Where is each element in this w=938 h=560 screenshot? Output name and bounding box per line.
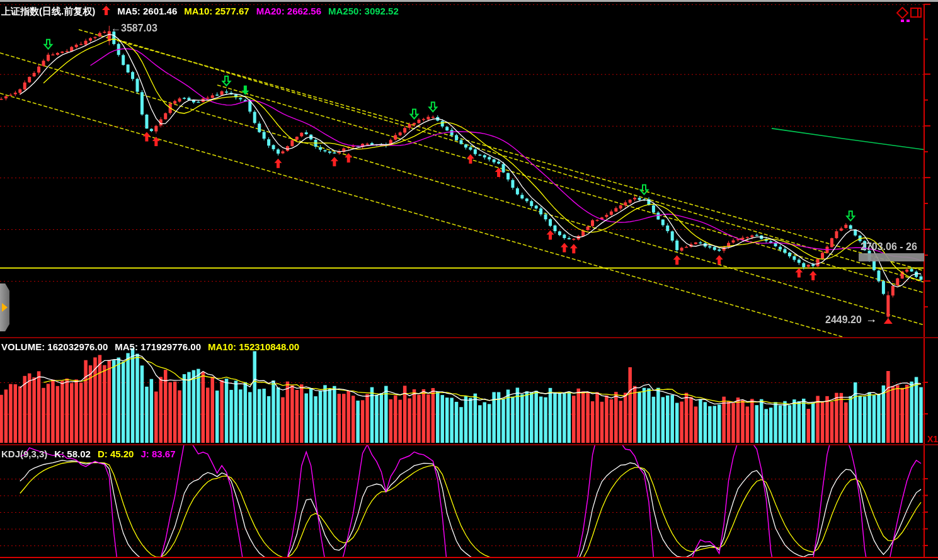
volume-header: VOLUME: 162032976.00 MA5: 171929776.00 M… (1, 341, 299, 352)
main-indicator-header: 上证指数(日线.前复权) MA5: 2601.46 MA10: 2577.67 … (1, 6, 399, 18)
pane-tag-x1: X1 (927, 434, 938, 444)
peak-price-label: ←3587.03 (111, 23, 157, 34)
kdj-header: KDJ(9,3,3) K: 58.02 D: 45.20 J: 83.67 (1, 449, 176, 459)
chart-right-border (924, 4, 925, 557)
window-top-edge (0, 0, 938, 2)
kdj-k-value: K: 58.02 (54, 449, 91, 459)
chart-bottom-border (0, 557, 938, 558)
diamond-tool-icon[interactable] (896, 7, 908, 19)
ma20-value: MA20: 2662.56 (256, 6, 321, 18)
low-price-label: 2449.20 (825, 314, 862, 326)
chart-title[interactable]: 上证指数(日线.前复权) (1, 6, 95, 18)
main-chart-canvas[interactable] (0, 0, 938, 337)
price-range-box (859, 253, 924, 261)
volume-value: VOLUME: 162032976.00 (1, 341, 108, 352)
trading-app-window: { "header": { "title": "上证指数(日线.前复权)", "… (0, 0, 938, 560)
ma250-value: MA250: 3092.52 (328, 6, 399, 18)
expand-arrow-icon (2, 303, 8, 312)
low-price-arrow: → (866, 312, 877, 326)
range-price-label: 2703.06 - 26 (861, 241, 917, 253)
volume-ma5-value: MA5: 171929776.00 (115, 341, 201, 352)
kdj-d-value: D: 45.20 (98, 449, 134, 459)
kdj-j-value: J: 83.67 (140, 449, 175, 459)
indicator-dot-2 (907, 20, 910, 22)
window-split-icon[interactable] (910, 8, 922, 18)
kdj-indicator-name[interactable]: KDJ(9,3,3) (1, 449, 47, 459)
kdj-canvas[interactable] (0, 445, 938, 557)
volume-canvas[interactable] (0, 338, 938, 444)
pane-divider-kdj[interactable] (0, 444, 938, 445)
trend-up-arrow-icon (102, 6, 110, 16)
volume-ma10-value: MA10: 152310848.00 (208, 341, 299, 352)
ma10-value: MA10: 2577.67 (184, 6, 249, 18)
ma5-value: MA5: 2601.46 (117, 6, 177, 18)
panel-expand-tab[interactable] (0, 283, 9, 331)
pane-divider-volume[interactable] (0, 337, 938, 338)
indicator-dot-1 (901, 20, 904, 22)
